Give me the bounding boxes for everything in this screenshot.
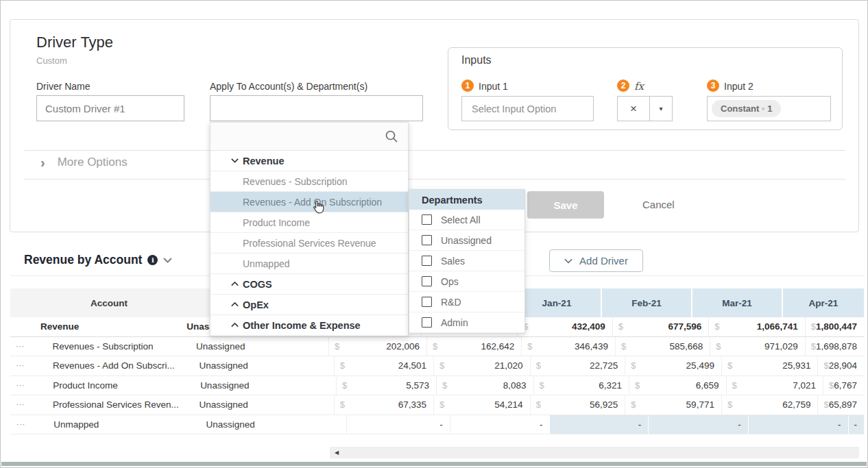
apply-to-input[interactable]: [210, 95, 423, 121]
dropdown-item-highlighted[interactable]: Revenues - Add On Subscription: [210, 192, 408, 212]
value-cell[interactable]: $54,214: [433, 395, 530, 415]
value-cell[interactable]: -: [346, 415, 450, 435]
value-cell[interactable]: $1,698,878: [805, 337, 864, 357]
table-row[interactable]: ··· Product Income Unassigned $5,573 $8,…: [10, 376, 864, 396]
dropdown-group-opex[interactable]: OpEx: [210, 295, 408, 315]
header-month-feb[interactable]: Feb-21: [601, 288, 691, 317]
driver-name-input[interactable]: Custom Driver #1: [36, 95, 184, 121]
value-cell[interactable]: $25,499: [625, 356, 721, 376]
input2-field[interactable]: Constant ◦ 1: [707, 96, 831, 121]
value-cell[interactable]: $677,596: [612, 317, 708, 337]
dropdown-item[interactable]: Professional Services Revenue: [210, 233, 408, 254]
value-cell[interactable]: $6,659: [629, 376, 725, 396]
account-cell[interactable]: Revenues - Subscription: [30, 337, 193, 357]
value-cell[interactable]: $585,668: [615, 337, 710, 357]
table-row[interactable]: ··· Revenues - Subscription Unassigned $…: [10, 337, 864, 357]
department-option[interactable]: Ops: [409, 271, 525, 292]
checkbox-icon[interactable]: [422, 256, 432, 266]
account-cell[interactable]: Revenues - Add On Subscri...: [31, 356, 196, 376]
dropdown-group-other-income[interactable]: Other Income & Expense: [210, 315, 408, 336]
checkbox-icon[interactable]: [422, 276, 432, 286]
value-cell[interactable]: $432,409: [517, 317, 612, 337]
dropdown-group-cogs[interactable]: COGS: [210, 274, 408, 295]
value-cell[interactable]: $346,439: [521, 337, 615, 357]
value-cell[interactable]: $6,767: [823, 376, 864, 396]
dropdown-item[interactable]: Unmapped: [210, 254, 408, 274]
department-cell[interactable]: Unassigned: [193, 337, 328, 357]
department-cell[interactable]: Unassigned: [196, 395, 333, 415]
cell-value: 1,800,447: [816, 321, 857, 332]
department-option[interactable]: Admin: [409, 312, 525, 333]
horizontal-scrollbar[interactable]: ◀: [330, 447, 859, 458]
dropdown-group-revenue[interactable]: Revenue: [210, 151, 408, 171]
table-title[interactable]: Revenue by Account i: [24, 253, 172, 267]
value-cell[interactable]: $7,021: [726, 376, 823, 396]
value-cell[interactable]: $1,066,741: [708, 317, 804, 337]
row-menu-icon[interactable]: ···: [10, 395, 31, 415]
value-cell[interactable]: $67,335: [334, 395, 433, 415]
value-cell[interactable]: $65,897: [817, 395, 864, 415]
input1-select[interactable]: Select Input Option: [461, 96, 594, 121]
value-cell[interactable]: $6,321: [533, 376, 629, 396]
value-cell[interactable]: $56,925: [530, 395, 625, 415]
value-cell[interactable]: $971,029: [710, 337, 804, 357]
value-cell[interactable]: $21,020: [433, 356, 530, 376]
dropdown-arrow-icon[interactable]: ▾: [650, 97, 672, 121]
department-option[interactable]: Select All: [409, 210, 525, 230]
checkbox-icon[interactable]: [422, 235, 432, 245]
checkbox-icon[interactable]: [422, 297, 432, 307]
fx-operator-select[interactable]: × ▾: [617, 96, 673, 121]
row-menu-icon[interactable]: ···: [10, 356, 31, 376]
header-month-apr[interactable]: Apr-21: [782, 288, 864, 317]
cell-value: -: [854, 419, 858, 430]
department-option[interactable]: R&D: [409, 292, 525, 312]
value-cell[interactable]: $24,501: [334, 356, 433, 376]
department-cell[interactable]: Unassigned: [197, 376, 336, 396]
department-option[interactable]: Sales: [409, 251, 525, 271]
dropdown-item[interactable]: Product Income: [210, 212, 408, 233]
scroll-left-icon[interactable]: ◀: [330, 449, 343, 456]
department-option[interactable]: Unassigned: [409, 230, 525, 251]
table-row[interactable]: ··· Professional Services Reven... Unass…: [10, 395, 864, 415]
value-cell[interactable]: $22,725: [530, 356, 625, 376]
department-cell[interactable]: Unassigned: [196, 356, 333, 376]
value-cell[interactable]: -: [450, 415, 550, 435]
account-cell[interactable]: Product Income: [31, 376, 197, 396]
table-row[interactable]: ··· Revenues - Add On Subscri... Unassig…: [10, 356, 864, 376]
value-cell[interactable]: $62,759: [721, 395, 818, 415]
cancel-button[interactable]: Cancel: [638, 198, 679, 211]
value-cell[interactable]: -: [549, 415, 648, 435]
header-month-mar[interactable]: Mar-21: [691, 288, 782, 317]
value-cell[interactable]: $25,931: [721, 356, 818, 376]
chevron-right-icon: ›: [40, 156, 45, 169]
value-cell[interactable]: -: [648, 415, 748, 435]
value-cell[interactable]: -: [848, 415, 865, 435]
value-cell[interactable]: -: [748, 415, 848, 435]
add-driver-button[interactable]: Add Driver: [549, 249, 643, 272]
dropdown-item[interactable]: Revenues - Subscription: [210, 171, 408, 192]
table-row[interactable]: ··· Unmapped Unassigned - - - - - -: [10, 415, 864, 435]
value-cell[interactable]: $8,083: [436, 376, 533, 396]
row-menu-icon[interactable]: ···: [10, 415, 32, 435]
value-cell[interactable]: $28,904: [817, 356, 864, 376]
account-cell[interactable]: Revenue: [31, 317, 184, 337]
account-cell[interactable]: Professional Services Reven...: [31, 395, 196, 415]
row-menu-icon[interactable]: ···: [10, 337, 30, 357]
value-cell[interactable]: $1,800,447: [805, 317, 864, 337]
header-account[interactable]: Account: [32, 288, 186, 317]
account-cell[interactable]: Unmapped: [32, 415, 203, 435]
dropdown-search-input[interactable]: [210, 123, 408, 151]
row-menu-icon[interactable]: ···: [10, 376, 31, 396]
value-cell[interactable]: $59,771: [625, 395, 721, 415]
checkbox-icon[interactable]: [422, 317, 432, 328]
add-driver-label: Add Driver: [579, 255, 628, 267]
more-options-toggle[interactable]: › More Options: [40, 156, 128, 169]
checkbox-icon[interactable]: [422, 214, 432, 225]
value-cell[interactable]: $5,573: [336, 376, 436, 396]
constant-chip[interactable]: Constant ◦ 1: [712, 100, 781, 117]
info-icon[interactable]: i: [147, 255, 158, 265]
save-button[interactable]: Save: [527, 191, 604, 219]
value-cell[interactable]: $162,642: [426, 337, 521, 357]
department-cell[interactable]: Unassigned: [203, 415, 346, 435]
value-cell[interactable]: $202,006: [328, 337, 426, 357]
